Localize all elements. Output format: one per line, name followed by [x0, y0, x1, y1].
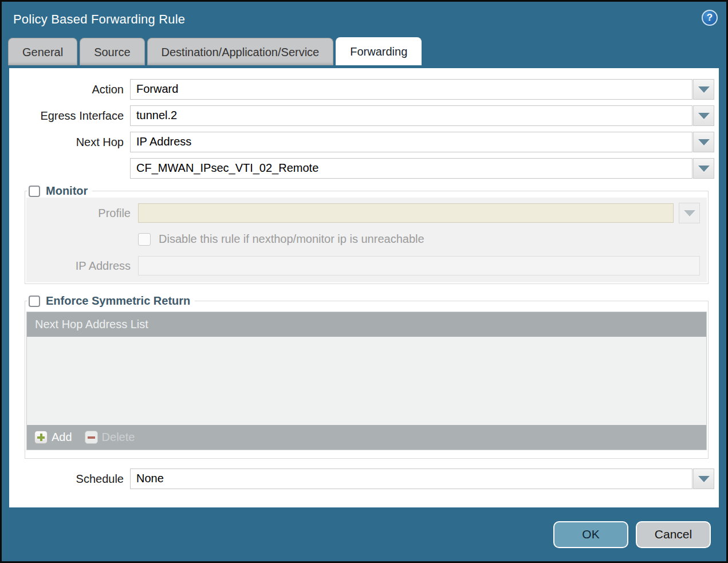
schedule-dropdown-button[interactable] [693, 468, 714, 489]
action-field[interactable]: Forward [130, 79, 692, 100]
chevron-down-icon [698, 476, 710, 482]
monitor-ip-address-label: IP Address [26, 259, 138, 273]
schedule-row: Schedule None [9, 468, 719, 489]
chevron-down-icon [684, 210, 695, 216]
next-hop-address-dropdown-button[interactable] [693, 158, 714, 179]
title-bar: Policy Based Forwarding Rule ? [2, 2, 726, 37]
disable-rule-row: Disable this rule if nexthop/monitor ip … [26, 233, 707, 246]
next-hop-address-list-toolbar: Add Delete [27, 425, 706, 450]
add-button-label: Add [52, 431, 72, 444]
delete-button-label: Delete [102, 431, 135, 444]
chevron-down-icon [698, 166, 710, 172]
disable-rule-checkbox [138, 233, 151, 246]
tab-destination-application-service[interactable]: Destination/Application/Service [147, 38, 334, 65]
disable-rule-label: Disable this rule if nexthop/monitor ip … [159, 233, 424, 246]
enforce-symmetric-return-legend-label: Enforce Symmetric Return [46, 294, 190, 308]
monitor-checkbox[interactable] [29, 186, 40, 197]
help-icon[interactable]: ? [702, 10, 718, 26]
schedule-field[interactable]: None [130, 468, 692, 489]
ok-button[interactable]: OK [553, 521, 628, 548]
tab-bar: General Source Destination/Application/S… [2, 37, 726, 65]
next-hop-label: Next Hop [9, 136, 130, 149]
delete-button: Delete [85, 431, 135, 444]
minus-icon [85, 431, 98, 444]
egress-interface-dropdown-button[interactable] [693, 105, 714, 126]
dialog-title: Policy Based Forwarding Rule [13, 12, 185, 27]
egress-interface-row: Egress Interface tunnel.2 [9, 105, 719, 126]
monitor-panel: Profile Disable this rule if nexthop/mon… [26, 198, 707, 282]
policy-based-forwarding-rule-dialog: Policy Based Forwarding Rule ? General S… [0, 0, 728, 563]
tab-forwarding[interactable]: Forwarding [336, 37, 422, 65]
chevron-down-icon [698, 139, 710, 145]
tab-source[interactable]: Source [80, 38, 144, 65]
next-hop-address-field[interactable]: CF_MWAN_IPsec_VTI_02_Remote [130, 158, 692, 179]
next-hop-row: Next Hop IP Address [9, 132, 719, 152]
profile-row: Profile [26, 203, 707, 223]
action-row: Action Forward [9, 79, 719, 100]
schedule-label: Schedule [9, 473, 130, 486]
next-hop-address-list-header: Next Hop Address List [27, 312, 706, 337]
next-hop-address-list-body[interactable] [27, 337, 706, 425]
next-hop-type-field[interactable]: IP Address [130, 132, 692, 152]
monitor-section: Monitor Profile Disable this rule if nex… [25, 184, 709, 284]
profile-field [138, 203, 674, 223]
monitor-legend-label: Monitor [46, 184, 88, 198]
action-dropdown-button[interactable] [693, 79, 714, 100]
chevron-down-icon [698, 113, 710, 119]
profile-label: Profile [26, 207, 138, 220]
monitor-ip-address-row: IP Address [26, 256, 707, 275]
next-hop-address-list-table: Next Hop Address List Add Delete [26, 312, 707, 450]
enforce-symmetric-return-checkbox[interactable] [29, 296, 40, 307]
cancel-button[interactable]: Cancel [636, 521, 711, 548]
enforce-symmetric-return-legend: Enforce Symmetric Return [27, 294, 195, 308]
enforce-symmetric-return-section: Enforce Symmetric Return Next Hop Addres… [25, 294, 709, 459]
dialog-footer: OK Cancel [2, 507, 726, 561]
next-hop-dropdown-button[interactable] [693, 132, 714, 152]
monitor-legend: Monitor [27, 184, 92, 198]
egress-interface-field[interactable]: tunnel.2 [130, 105, 692, 126]
monitor-ip-address-field [138, 256, 700, 275]
next-hop-address-row: CF_MWAN_IPsec_VTI_02_Remote [9, 158, 719, 179]
profile-dropdown-button [679, 203, 700, 223]
plus-icon [34, 431, 48, 444]
forwarding-tab-panel: Action Forward Egress Interface tunnel.2… [9, 68, 719, 509]
add-button[interactable]: Add [34, 431, 72, 444]
action-label: Action [9, 83, 130, 96]
tab-general[interactable]: General [8, 38, 77, 65]
egress-interface-label: Egress Interface [9, 109, 130, 123]
chevron-down-icon [698, 86, 710, 93]
